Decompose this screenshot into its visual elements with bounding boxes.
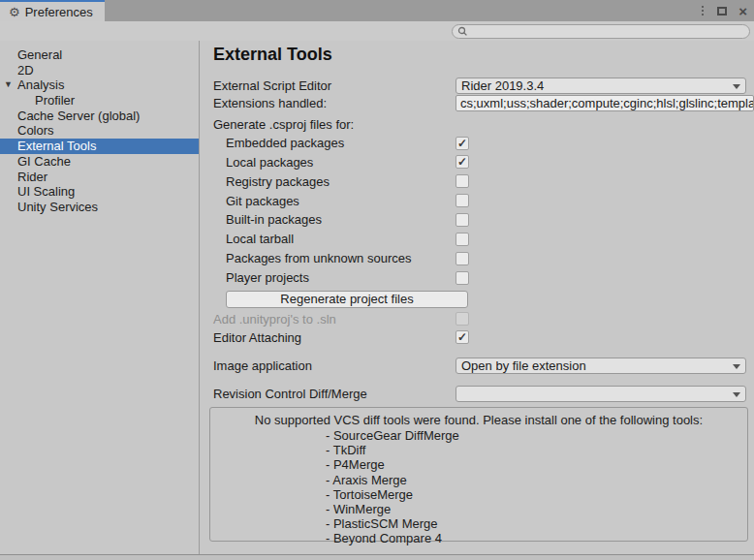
vcs-tool-item: - TortoiseMerge	[326, 487, 747, 502]
vcs-tool-item: - SourceGear DiffMerge	[326, 428, 747, 443]
checkbox-label: Registry packages	[226, 174, 330, 190]
sidebar-item-label: 2D	[17, 63, 34, 78]
main-panel: External Tools External Script Editor Ri…	[201, 41, 754, 554]
git-packages-checkbox[interactable]	[456, 194, 469, 207]
checkbox-label: Packages from unknown sources	[226, 251, 411, 266]
revision-control-label: Revision Control Diff/Merge	[213, 387, 367, 402]
image-application-label: Image application	[213, 358, 312, 374]
gear-icon: ⚙	[9, 6, 20, 18]
sidebar-item-profiler[interactable]: Profiler	[0, 93, 199, 109]
chevron-down-icon	[733, 392, 740, 397]
vcs-tool-item: - P4Merge	[326, 457, 747, 472]
checkbox-label: Built-in packages	[226, 212, 322, 228]
checkbox-row: Built-in packages	[201, 210, 754, 230]
sidebar-item-external-tools[interactable]: External Tools	[0, 139, 199, 154]
vcs-notice-message: No supported VCS diff tools were found. …	[210, 413, 747, 427]
checkbox-label: Embedded packages	[226, 136, 344, 151]
sidebar-item-analysis[interactable]: ▼ Analysis	[0, 78, 199, 93]
external-script-editor-label: External Script Editor	[213, 78, 331, 94]
tab-title: Preferences	[25, 5, 93, 19]
sidebar-item-label: UI Scaling	[17, 184, 75, 199]
checkbox-row: Local packages ✓	[201, 153, 754, 172]
foldout-triangle-icon[interactable]: ▼	[4, 78, 13, 93]
sidebar: General 2D ▼ Analysis Profiler Cache Ser…	[0, 41, 200, 554]
vcs-tool-item: - Beyond Compare 4	[326, 531, 747, 545]
footer-strip	[0, 554, 754, 560]
sidebar-item-gi-cache[interactable]: GI Cache	[0, 154, 199, 170]
vcs-tool-item: - PlasticSCM Merge	[326, 516, 747, 531]
checkbox-label: Player projects	[226, 270, 309, 286]
checkbox-label: Local tarball	[226, 232, 294, 247]
sidebar-item-label: Cache Server (global)	[17, 109, 140, 123]
external-script-editor-value: Rider 2019.3.4	[461, 78, 544, 93]
csproj-checkbox-list: Embedded packages ✓ Local packages ✓ Reg…	[201, 134, 754, 288]
local-packages-checkbox[interactable]: ✓	[456, 155, 469, 169]
generate-csproj-label: Generate .csproj files for:	[213, 117, 354, 133]
vcs-tool-item: - TkDiff	[326, 443, 747, 457]
embedded-packages-checkbox[interactable]: ✓	[456, 137, 469, 150]
editor-attaching-checkbox[interactable]: ✓	[456, 330, 469, 344]
page-title: External Tools	[213, 45, 332, 65]
add-unityproj-checkbox	[456, 312, 469, 326]
vcs-tool-item: - WinMerge	[326, 502, 747, 516]
titlebar: ⚙ Preferences ×	[0, 0, 754, 21]
built-in-packages-checkbox[interactable]	[456, 213, 469, 227]
player-projects-checkbox[interactable]	[456, 271, 469, 285]
sidebar-item-label: Analysis	[17, 78, 64, 92]
revision-control-dropdown[interactable]	[456, 386, 746, 402]
sidebar-item-label: Profiler	[35, 93, 75, 108]
add-unityproj-label: Add .unityproj's to .sln	[213, 312, 336, 327]
sidebar-item-label: GI Cache	[17, 154, 71, 169]
kebab-menu-icon[interactable]	[702, 6, 704, 16]
sidebar-item-label: General	[17, 47, 62, 62]
window-controls: ×	[702, 0, 754, 21]
external-script-editor-dropdown[interactable]: Rider 2019.3.4	[456, 78, 746, 94]
vcs-tools-list: - SourceGear DiffMerge- TkDiff- P4Merge-…	[326, 428, 747, 546]
local-tarball-checkbox[interactable]	[456, 233, 469, 246]
sidebar-item-cache-server-global[interactable]: Cache Server (global)	[0, 109, 199, 124]
chevron-down-icon	[733, 364, 740, 369]
checkbox-label: Git packages	[226, 194, 299, 209]
sidebar-item-general[interactable]: General	[0, 47, 199, 63]
sidebar-item-label: Colors	[17, 123, 54, 138]
checkbox-row: Packages from unknown sources	[201, 249, 754, 268]
checkbox-label: Local packages	[226, 155, 313, 171]
extensions-handled-input[interactable]: cs;uxml;uss;shader;compute;cginc;hlsl;gl…	[456, 95, 754, 111]
checkbox-row: Registry packages	[201, 172, 754, 192]
checkbox-row: Git packages	[201, 192, 754, 211]
toolbar	[0, 21, 754, 41]
tab-preferences[interactable]: ⚙ Preferences	[0, 0, 105, 21]
close-icon[interactable]: ×	[738, 4, 747, 18]
registry-packages-checkbox[interactable]	[456, 174, 469, 188]
checkbox-row: Local tarball	[201, 230, 754, 249]
extensions-handled-label: Extensions handled:	[213, 96, 327, 111]
image-application-dropdown[interactable]: Open by file extension	[456, 358, 746, 374]
search-input[interactable]	[452, 24, 750, 39]
maximize-icon[interactable]	[717, 7, 727, 16]
sidebar-item-unity-services[interactable]: Unity Services	[0, 200, 199, 215]
vcs-notice-box: No supported VCS diff tools were found. …	[209, 407, 748, 542]
vcs-tool-item: - Araxis Merge	[326, 473, 747, 487]
search-icon	[457, 26, 468, 37]
sidebar-item-rider[interactable]: Rider	[0, 170, 199, 185]
editor-attaching-label: Editor Attaching	[213, 330, 301, 346]
preferences-window: ⚙ Preferences × General 2D ▼ Analysis	[0, 0, 754, 560]
sidebar-item-label: Unity Services	[17, 200, 98, 214]
chevron-down-icon	[733, 84, 740, 89]
sidebar-item-label: Rider	[17, 170, 47, 184]
sidebar-item-2d[interactable]: 2D	[0, 63, 199, 78]
sidebar-item-ui-scaling[interactable]: UI Scaling	[0, 184, 199, 200]
checkbox-row: Embedded packages ✓	[201, 134, 754, 153]
checkbox-row: Player projects	[201, 268, 754, 288]
regenerate-project-files-button[interactable]: Regenerate project files	[226, 291, 468, 308]
sidebar-item-label: External Tools	[17, 139, 96, 153]
sidebar-item-colors[interactable]: Colors	[0, 123, 199, 139]
packages-from-unknown-sources-checkbox[interactable]	[456, 252, 469, 265]
image-application-value: Open by file extension	[461, 358, 586, 373]
